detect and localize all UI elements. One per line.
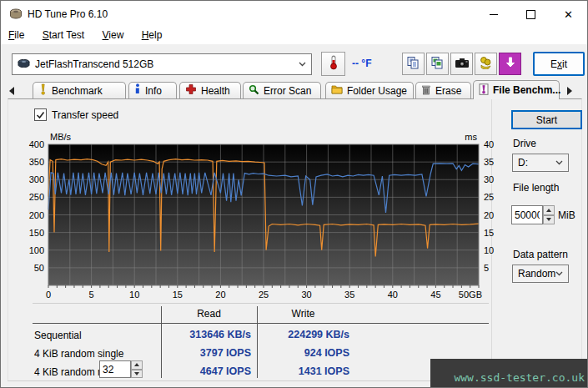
folder-icon — [331, 84, 343, 97]
toolbar: JetFlashTranscend 512GB -- °F Exit — [1, 44, 587, 80]
spin-up-button[interactable] — [131, 360, 143, 370]
donate-icon — [479, 56, 493, 72]
menu-start-test[interactable]: Start Test — [35, 28, 92, 41]
arrow-down-icon — [134, 372, 139, 375]
file-benchmark-icon — [479, 83, 489, 98]
svg-text:25: 25 — [259, 290, 269, 300]
svg-text:10: 10 — [484, 245, 494, 255]
health-icon — [185, 83, 197, 98]
error-scan-icon — [249, 84, 259, 98]
file-length-input[interactable] — [511, 205, 543, 224]
spin-down-button[interactable] — [131, 370, 143, 379]
results-header-rule — [33, 323, 489, 324]
drive-dropdown[interactable]: D: — [512, 154, 569, 172]
watermark: www.ssd-tester.co.uk — [430, 359, 588, 388]
svg-text:ms: ms — [465, 132, 477, 142]
tab-folder-usage[interactable]: Folder Usage — [325, 82, 414, 98]
svg-text:40: 40 — [484, 139, 494, 149]
svg-text:400: 400 — [29, 139, 44, 149]
multi-thread-count-input[interactable] — [99, 360, 131, 378]
file-length-label: File length — [513, 182, 559, 194]
maximize-icon — [526, 10, 535, 19]
file-length-spinner[interactable] — [543, 205, 555, 224]
random-single-read-value: 3797 IOPS — [168, 347, 251, 359]
random-single-write-value: 924 IOPS — [266, 347, 349, 359]
svg-text:5: 5 — [89, 290, 94, 300]
drive-select-dropdown[interactable]: JetFlashTranscend 512GB — [12, 53, 312, 75]
tab-scroll-left-button[interactable] — [5, 84, 18, 97]
hd-tune-window: HD Tune Pro 6.10 ✕ File Start Test View … — [0, 0, 588, 388]
thermometer-icon — [328, 55, 339, 73]
svg-text:350: 350 — [29, 157, 44, 167]
tab-benchmark[interactable]: Benchmark — [33, 82, 126, 98]
svg-text:5: 5 — [484, 263, 489, 273]
info-icon — [134, 83, 141, 98]
benchmark-icon — [38, 83, 48, 98]
copy-image-button[interactable] — [426, 53, 449, 75]
screenshot-camera-icon — [455, 57, 470, 71]
tab-scroll-right-button[interactable] — [563, 84, 575, 97]
spin-up-button[interactable] — [543, 205, 555, 215]
maximize-button[interactable] — [512, 1, 550, 28]
tab-file-benchmark[interactable]: File Benchm... — [473, 80, 560, 99]
drive-icon — [18, 58, 30, 71]
random-multi-read-value: 4647 IOPS — [168, 365, 251, 377]
menu-file[interactable]: File — [1, 28, 32, 41]
minimize-button[interactable] — [475, 1, 512, 28]
svg-text:200: 200 — [29, 210, 44, 220]
tab-health[interactable]: Health — [179, 82, 241, 98]
menu-view[interactable]: View — [95, 28, 132, 41]
svg-text:40: 40 — [388, 290, 398, 300]
svg-text:250: 250 — [29, 192, 44, 202]
chevron-down-icon — [299, 62, 306, 67]
transfer-speed-checkbox[interactable] — [34, 108, 47, 121]
title-bar: HD Tune Pro 6.10 ✕ — [1, 1, 587, 28]
donate-button[interactable] — [475, 53, 497, 75]
svg-text:100: 100 — [29, 245, 44, 255]
multi-thread-spinner[interactable] — [131, 360, 143, 378]
svg-text:15: 15 — [173, 290, 183, 300]
copy-image-icon — [430, 56, 445, 73]
minimize-icon — [490, 14, 498, 15]
svg-text:50GB: 50GB — [459, 290, 482, 300]
start-button[interactable]: Start — [511, 110, 582, 129]
check-icon — [36, 111, 45, 119]
tab-error-scan[interactable]: Error Scan — [243, 82, 321, 98]
tab-erase[interactable]: Erase — [415, 82, 471, 98]
erase-icon — [421, 84, 431, 98]
close-button[interactable]: ✕ — [550, 1, 587, 28]
svg-text:50: 50 — [34, 263, 44, 273]
chevron-down-icon — [555, 160, 563, 165]
svg-text:15: 15 — [484, 228, 494, 238]
menu-help[interactable]: Help — [134, 28, 170, 41]
drive-select-value: JetFlashTranscend 512GB — [35, 58, 153, 70]
tab-bar: Benchmark Info Health Error Scan Folder … — [1, 80, 587, 99]
svg-text:30: 30 — [301, 290, 311, 300]
arrow-right-icon — [566, 87, 573, 95]
menu-bar: File Start Test View Help — [1, 28, 587, 44]
drive-label: Drive — [513, 138, 536, 149]
file-length-unit: MiB — [558, 209, 575, 221]
download-arrow-icon — [504, 56, 517, 72]
svg-text:35: 35 — [344, 290, 354, 300]
temperature-button[interactable] — [321, 52, 345, 76]
screenshot-button[interactable] — [450, 53, 473, 75]
spin-down-button[interactable] — [543, 215, 555, 225]
arrow-up-icon — [546, 209, 551, 212]
sequential-read-value: 313646 KB/s — [168, 329, 251, 340]
results-separator-2 — [257, 306, 258, 378]
download-button[interactable] — [499, 53, 521, 75]
svg-text:35: 35 — [484, 157, 494, 167]
tab-info[interactable]: Info — [128, 82, 177, 98]
temperature-value: -- °F — [352, 58, 371, 69]
copy-report-button[interactable] — [402, 53, 425, 75]
results-separator-1 — [161, 306, 162, 378]
svg-text:25: 25 — [484, 192, 494, 202]
row-sequential-label: Sequential — [34, 330, 82, 341]
svg-text:20: 20 — [484, 210, 494, 220]
read-column-header: Read — [161, 308, 257, 320]
data-pattern-dropdown[interactable]: Random — [512, 265, 569, 283]
results-top-divider — [33, 303, 489, 304]
svg-text:150: 150 — [29, 228, 44, 238]
exit-button[interactable]: Exit — [533, 52, 585, 76]
